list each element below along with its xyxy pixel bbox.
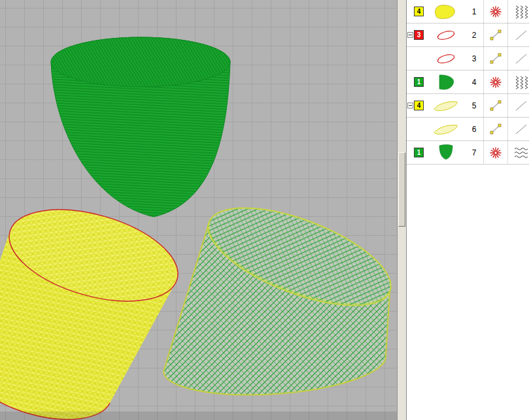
object-sequence-number: 6 [465,125,483,134]
canvas-object-yellow-cylinder[interactable] [0,193,188,419]
stitch-type-icon [507,24,529,46]
canvas-object-green-mesh-cup[interactable] [163,188,397,395]
object-type-icon [483,47,507,70]
object-row[interactable]: 3 2 [407,24,529,47]
tree-expander-icon[interactable] [407,103,413,108]
color-count-badge[interactable]: 1 [414,77,424,87]
object-row[interactable]: 1 4 [407,71,529,94]
object-row[interactable]: 4 5 [407,94,529,118]
object-row[interactable]: 4 1 [407,0,529,24]
object-row[interactable]: 3 [407,47,529,71]
vertical-scrollbar-thumb[interactable] [398,152,405,227]
tree-expander-icon[interactable] [407,32,413,38]
object-thumbnail [427,97,465,115]
color-count-badge[interactable]: 4 [414,101,424,110]
object-type-icon [483,24,507,46]
stitch-type-icon [507,47,529,70]
object-thumbnail [427,3,465,21]
stitch-type-icon [507,118,529,140]
object-thumbnail [427,26,465,44]
object-sequence-number: 5 [465,101,483,110]
object-type-icon [483,71,507,93]
vertical-scrollbar[interactable] [397,0,407,420]
object-sequence-number: 7 [465,148,483,157]
object-thumbnail [427,144,465,162]
stitch-type-icon [507,71,529,93]
stitch-type-icon [507,141,529,164]
object-type-icon [483,141,507,164]
object-sequence-number: 3 [465,54,483,63]
object-row[interactable]: 1 7 [407,141,529,165]
object-type-icon [483,0,507,23]
object-sequence-number: 1 [465,7,483,16]
object-sequence-number: 4 [465,78,483,87]
color-count-badge[interactable]: 1 [414,148,424,157]
embroidery-editor-window: 4 1 3 2 3 [0,0,529,420]
stitch-type-icon [507,0,529,23]
object-row[interactable]: 6 [407,118,529,141]
canvas-object-green-cup[interactable] [51,37,230,217]
design-canvas[interactable] [0,0,397,420]
canvas-objects-layer [0,0,397,420]
object-sequence-number: 2 [465,31,483,40]
object-type-icon [483,118,507,140]
object-thumbnail [427,50,465,68]
object-thumbnail [427,120,465,138]
object-type-icon [483,94,507,117]
color-count-badge[interactable]: 3 [414,30,424,40]
object-list-panel: 4 1 3 2 3 [407,0,529,420]
object-thumbnail [427,73,465,91]
color-count-badge[interactable]: 4 [414,7,424,16]
object-list: 4 1 3 2 3 [407,0,529,165]
stitch-type-icon [507,94,529,117]
